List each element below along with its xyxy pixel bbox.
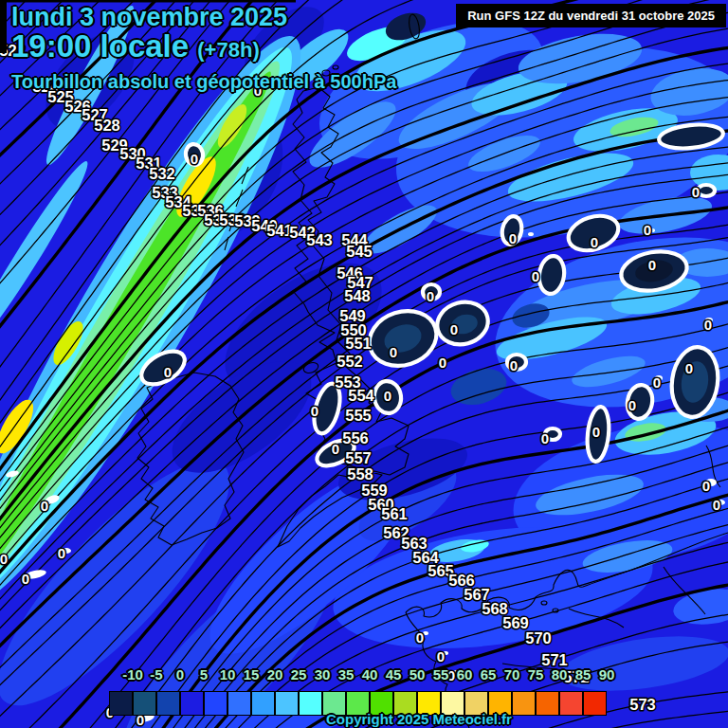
colorbar-value: 80 bbox=[552, 666, 568, 682]
colorbar-value: 25 bbox=[291, 666, 307, 682]
colorbar-value: 40 bbox=[362, 666, 378, 682]
weather-map-page: 5225245255265275285295305315325335345355… bbox=[0, 0, 728, 728]
colorbar-value: 75 bbox=[528, 666, 544, 682]
colorbar-value: 20 bbox=[267, 666, 283, 682]
zero-vorticity-label: 0 bbox=[311, 403, 318, 419]
colorbar-swatch bbox=[275, 691, 299, 716]
zero-vorticity-label: 0 bbox=[22, 571, 29, 587]
zero-vorticity-label: 0 bbox=[628, 397, 636, 413]
geopotential-label: 552 bbox=[337, 353, 363, 370]
run-info-box: Run GFS 12Z du vendredi 31 octobre 2025 bbox=[456, 4, 726, 27]
zero-vorticity-label: 0 bbox=[653, 374, 661, 391]
colorbar-swatch bbox=[109, 691, 133, 716]
geopotential-label: 532 bbox=[149, 165, 175, 182]
geopotential-label: 543 bbox=[306, 231, 333, 248]
zero-vorticity-label: 0 bbox=[713, 497, 720, 513]
colorbar-value: -5 bbox=[150, 666, 162, 682]
colorbar-swatch bbox=[559, 691, 583, 716]
geopotential-label: 573 bbox=[629, 696, 656, 713]
colorbar-value: 35 bbox=[338, 666, 355, 682]
geopotential-label: 558 bbox=[347, 465, 373, 482]
zero-vorticity-label: 0 bbox=[384, 388, 391, 404]
colorbar-value: 5 bbox=[200, 666, 208, 682]
colorbar-value: 60 bbox=[457, 666, 473, 682]
zero-vorticity-label: 0 bbox=[332, 441, 339, 457]
colorbar-swatch bbox=[536, 691, 559, 716]
zero-vorticity-label: 0 bbox=[0, 551, 8, 567]
colorbar-swatch bbox=[156, 691, 180, 716]
zero-vorticity-label: 0 bbox=[416, 629, 424, 646]
zero-vorticity-label: 0 bbox=[644, 222, 651, 238]
colorbar-value: 15 bbox=[244, 666, 260, 682]
geopotential-label: 545 bbox=[346, 243, 373, 260]
date-line: lundi 3 novembre 2025 bbox=[11, 4, 396, 30]
colorbar-labels: -10-505101520253035404550556065707580859… bbox=[109, 666, 621, 685]
zero-vorticity-label: 0 bbox=[702, 478, 710, 494]
zero-vorticity-label: 0 bbox=[704, 317, 712, 333]
zero-vorticity-label: 0 bbox=[648, 257, 656, 273]
zero-vorticity-label: 0 bbox=[450, 321, 458, 337]
colorbar-value: 0 bbox=[176, 666, 184, 682]
colorbar-value: -10 bbox=[122, 666, 143, 682]
geopotential-label: 561 bbox=[381, 505, 408, 522]
zero-vorticity-label: 0 bbox=[592, 424, 600, 440]
colorbar-value: 85 bbox=[575, 666, 592, 682]
zero-vorticity-label: 0 bbox=[427, 288, 434, 304]
zero-vorticity-label: 0 bbox=[439, 355, 446, 371]
colorbar-swatch bbox=[204, 691, 228, 716]
geopotential-label: 557 bbox=[345, 449, 372, 466]
geopotential-label: 555 bbox=[345, 407, 372, 424]
zero-vorticity-label: 0 bbox=[692, 184, 700, 200]
colorbar-swatch bbox=[251, 691, 275, 716]
zero-vorticity-label: 0 bbox=[191, 151, 198, 167]
geopotential-label: 570 bbox=[525, 629, 552, 646]
colorbar-swatch bbox=[180, 691, 204, 716]
time-line: 19:00 locale (+78h) bbox=[11, 30, 396, 64]
zero-vorticity-label: 0 bbox=[509, 230, 517, 246]
zero-vorticity-label: 0 bbox=[437, 648, 445, 664]
colorbar-value: 50 bbox=[410, 666, 426, 682]
colorbar-swatch bbox=[299, 691, 322, 716]
zero-vorticity-label: 0 bbox=[510, 357, 518, 373]
map-canvas[interactable]: 5225245255265275285295305315325335345355… bbox=[0, 0, 728, 728]
colorbar-swatch bbox=[228, 691, 251, 716]
colorbar-value: 90 bbox=[599, 666, 615, 682]
title-block: lundi 3 novembre 2025 19:00 locale (+78h… bbox=[11, 4, 396, 92]
copyright-text: Copyright 2025 Meteociel.fr bbox=[326, 711, 512, 727]
zero-vorticity-label: 0 bbox=[390, 344, 397, 360]
geopotential-label: 556 bbox=[342, 429, 369, 446]
forecast-offset: (+78h) bbox=[197, 38, 259, 62]
map-subtitle: Tourbillon absolu et géopotentiel à 500h… bbox=[11, 72, 396, 92]
colorbar-value: 55 bbox=[433, 666, 449, 682]
colorbar-value: 30 bbox=[315, 666, 331, 682]
colorbar-swatch bbox=[133, 691, 156, 716]
colorbar-value: 45 bbox=[386, 666, 402, 682]
geopotential-label: 528 bbox=[94, 117, 120, 134]
geopotential-label: 554 bbox=[348, 387, 374, 404]
zero-vorticity-label: 0 bbox=[58, 545, 65, 561]
zero-vorticity-label: 0 bbox=[591, 234, 598, 250]
geopotential-label: 551 bbox=[345, 335, 372, 352]
zero-vorticity-label: 0 bbox=[41, 498, 48, 514]
geopotential-label: 548 bbox=[344, 287, 371, 304]
colorbar-swatch bbox=[583, 691, 607, 716]
zero-vorticity-label: 0 bbox=[532, 268, 539, 284]
colorbar-value: 65 bbox=[481, 666, 497, 682]
zero-vorticity-label: 0 bbox=[164, 364, 172, 380]
colorbar-value: 70 bbox=[504, 666, 520, 682]
colorbar-swatch bbox=[512, 691, 536, 716]
zero-vorticity-label: 0 bbox=[685, 360, 693, 376]
zero-vorticity-label: 0 bbox=[541, 430, 549, 446]
colorbar-value: 10 bbox=[220, 666, 236, 682]
